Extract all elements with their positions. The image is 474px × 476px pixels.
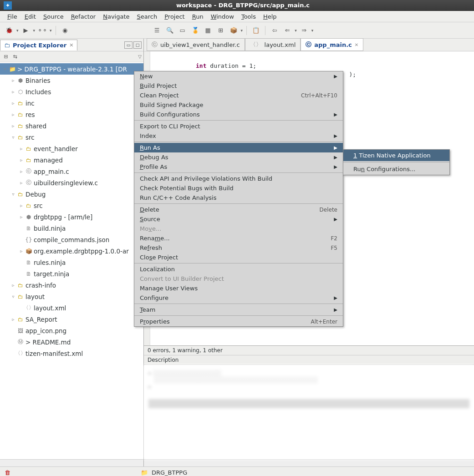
prev-icon[interactable]: ⇐ [282, 25, 293, 36]
menu-navigate[interactable]: Navigate [99, 12, 133, 21]
tree-row[interactable]: 🖼app_icon.png [0, 325, 143, 336]
menu-project[interactable]: Project [161, 12, 189, 21]
menu-source[interactable]: Source [40, 12, 67, 21]
package-icon[interactable]: 📦 [228, 25, 239, 36]
expand-icon[interactable]: ▹ [10, 283, 16, 288]
menu-item[interactable]: Team▶ [134, 305, 343, 314]
tree-row[interactable]: ▹⬡Includes [0, 86, 143, 97]
tree-row[interactable]: 🗎build.ninja [0, 223, 143, 234]
menu-item[interactable]: Profile As▶ [134, 162, 343, 172]
menu-item[interactable]: Build Project [134, 81, 343, 91]
back-icon[interactable]: ⇦ [269, 25, 280, 36]
menu-item[interactable]: Close Project [134, 253, 343, 262]
menu-run[interactable]: Run [189, 12, 207, 21]
menu-window[interactable]: Window [207, 12, 238, 21]
menu-item[interactable]: Check Potential Bugs with Build [134, 183, 343, 193]
project-tree[interactable]: ▿ 📁 > DRG_BTPPG - wearable-2.3.1 [DR ▹⬢B… [0, 62, 143, 459]
menu-item[interactable]: Configure▶ [134, 293, 343, 303]
menu-refactor[interactable]: Refactor [67, 12, 100, 21]
tree-row[interactable]: ▹⬢Binaries [0, 75, 143, 86]
tree-row[interactable]: ▹🗀managed [0, 154, 143, 166]
collapse-icon[interactable]: ⊟ [2, 53, 10, 61]
next-icon[interactable]: ⇒ [299, 25, 310, 36]
menu-item[interactable]: Index▶ [134, 131, 343, 141]
expand-icon[interactable]: ▿ [10, 294, 16, 299]
menu-help[interactable]: Help [260, 12, 280, 21]
editor-tab[interactable]: ⓒuib_view1_event_handler.c [147, 38, 245, 51]
close-icon[interactable]: ✕ [355, 42, 358, 47]
expand-icon[interactable]: ▹ [18, 157, 25, 162]
badge-icon[interactable]: 🏅 [190, 25, 201, 36]
stop-icon[interactable]: ◉ [60, 25, 71, 36]
horizontal-scrollbar[interactable] [0, 459, 143, 466]
expand-icon[interactable]: ▹ [18, 203, 25, 208]
menu-item[interactable]: New▶ [134, 71, 343, 81]
close-icon[interactable]: ✕ [69, 42, 73, 48]
tree-row[interactable]: ▹🗀res [0, 109, 143, 120]
menu-search[interactable]: Search [133, 12, 161, 21]
tree-row[interactable]: 〈〉tizen-manifest.xml [0, 348, 143, 359]
search-icon[interactable]: 🔍 [164, 25, 175, 36]
run-icon[interactable]: ▶ [20, 25, 31, 36]
tree-row[interactable]: {}compile_commands.json [0, 234, 143, 245]
tree-row[interactable]: ▹🗀crash-info [0, 279, 143, 291]
tree-row[interactable]: ▹⬢drgbtppg - [arm/le] [0, 211, 143, 223]
debug-icon[interactable]: 🐞 [4, 25, 15, 36]
tree-row[interactable]: ▹🗀event_handler [0, 143, 143, 154]
expand-icon[interactable]: ▹ [10, 317, 16, 322]
menu-item[interactable]: Manage User Views [134, 284, 343, 293]
tree-row[interactable]: ▿🗀layout [0, 291, 143, 302]
menu-item[interactable]: DeleteDelete [134, 205, 343, 214]
menu-item[interactable]: Localization [134, 264, 343, 274]
expand-icon[interactable]: ▹ [10, 78, 16, 83]
add-icon[interactable]: ⊞ [215, 25, 226, 36]
horizontal-scrollbar[interactable] [144, 459, 474, 466]
editor-tab[interactable]: 〈〉layout.xml [245, 38, 301, 51]
tree-row[interactable]: ▹🗀src [0, 200, 143, 211]
minimize-icon[interactable]: ▭ [124, 41, 133, 49]
problems-list[interactable]: ▸ ░░░░░░░░░░░░░░░ ░░░░░░░░░░░░░░░░░░░░░░… [144, 365, 474, 459]
tree-row[interactable]: ▹📦org.example.drgbtppg-1.0.0-ar [0, 245, 143, 257]
view-menu-icon[interactable]: ▽ [138, 54, 142, 59]
tree-row[interactable]: 🗎rules.ninja [0, 257, 143, 268]
expand-icon[interactable]: ▿ [10, 192, 16, 197]
expand-icon[interactable]: ▹ [18, 180, 25, 185]
expand-icon[interactable]: ▹ [10, 123, 16, 128]
menu-item[interactable]: Check API and Privilege Violations With … [134, 174, 343, 183]
problems-column-header[interactable]: Description [144, 355, 474, 365]
menu-item[interactable]: Rename...F2 [134, 233, 343, 243]
submenu-item[interactable]: Run Configurations... [343, 163, 449, 175]
list-icon[interactable]: ☰ [152, 25, 163, 36]
tree-row-project[interactable]: ▿ 📁 > DRG_BTPPG - wearable-2.3.1 [DR [0, 63, 143, 75]
menu-edit[interactable]: Edit [21, 12, 40, 21]
expand-icon[interactable]: ▿ [10, 135, 16, 140]
editor-tab[interactable]: ⓒapp_main.c✕ [301, 38, 363, 51]
menu-item[interactable]: Run C/C++ Code Analysis [134, 193, 343, 203]
tree-row[interactable]: ▹🗀shared [0, 120, 143, 132]
window-icon[interactable]: ▭ [177, 25, 188, 36]
connect-icon[interactable]: ⚬⚬ [37, 25, 48, 36]
link-icon[interactable]: ⇆ [11, 53, 19, 61]
expand-icon[interactable]: ▹ [10, 112, 16, 117]
tree-row[interactable]: ▿🗀Debug [0, 188, 143, 200]
tree-row[interactable]: ▹ⓒapp_main.c [0, 166, 143, 177]
tree-row[interactable]: ▹🗀inc [0, 97, 143, 109]
expand-icon[interactable]: ▹ [10, 101, 16, 106]
menu-tools[interactable]: Tools [238, 12, 260, 21]
menu-item[interactable]: PropertiesAlt+Enter [134, 317, 343, 326]
tree-row[interactable]: ▿🗀src [0, 132, 143, 143]
expand-icon[interactable]: ▿ [2, 66, 8, 71]
menu-item[interactable]: Build Signed Package [134, 100, 343, 110]
submenu-item[interactable]: 1 Tizen Native Application [343, 150, 449, 161]
context-menu[interactable]: New▶Build ProjectClean ProjectCtrl+Alt+F… [134, 71, 343, 327]
expand-icon[interactable]: ▹ [18, 248, 25, 253]
expand-icon[interactable]: ▹ [18, 214, 25, 219]
run-as-submenu[interactable]: 1 Tizen Native ApplicationRun Configurat… [343, 149, 450, 175]
menu-item[interactable]: Build Configurations▶ [134, 110, 343, 119]
tree-row[interactable]: ▹ⓒuibuildersingleview.c [0, 177, 143, 188]
tree-row[interactable]: 〈〉layout.xml [0, 302, 143, 314]
expand-icon[interactable]: ▹ [10, 89, 16, 94]
menu-item[interactable]: Debug As▶ [134, 152, 343, 162]
maximize-icon[interactable]: □ [133, 41, 142, 49]
menu-item[interactable]: Run As▶ [134, 143, 343, 152]
